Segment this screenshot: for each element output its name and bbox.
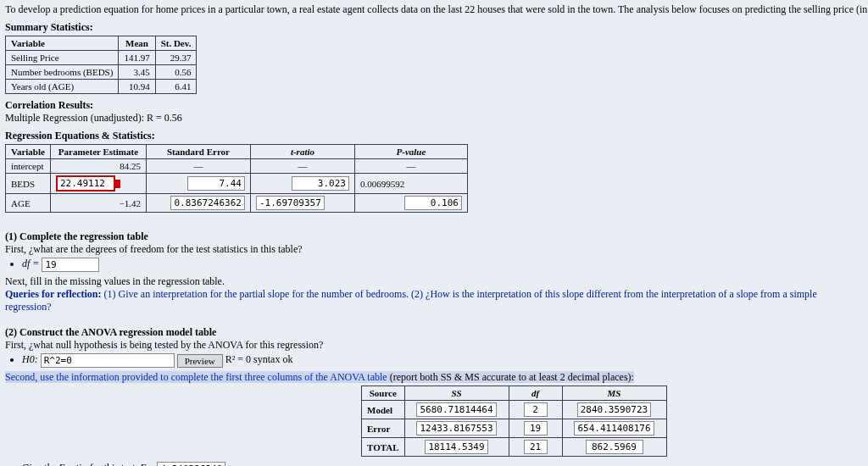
col-variable: Variable	[6, 36, 119, 51]
table-row: TOTAL 18114.5349 21 862.5969	[362, 438, 667, 457]
h0-input[interactable]: R^2=0	[41, 353, 175, 368]
anova-table: Source SS df MS Model 5680.71814464 2 28…	[361, 386, 667, 457]
age-se-input[interactable]: 0.8367246362	[170, 196, 244, 210]
col-tratio: t-ratio	[250, 145, 354, 159]
age-p-input[interactable]: 0.106	[404, 196, 462, 210]
age-t-input[interactable]: -1.69709357	[256, 196, 325, 210]
col-df: df	[509, 386, 562, 401]
table-row: Error 12433.8167553 19 654.411408176	[362, 419, 667, 438]
f-label: Give the F-ratio for this test: F =	[22, 462, 154, 466]
corr-line: Multiple Regression (unadjusted): R = 0.…	[5, 112, 863, 125]
total-ms-input[interactable]: 862.5969	[586, 440, 643, 454]
beds-t-input[interactable]: 3.023	[292, 176, 349, 191]
h0-item: H0: R^2=0 Preview R² = 0 syntax ok	[22, 353, 863, 368]
cell: −1.42	[50, 194, 146, 213]
cell: Years old (AGE)	[6, 80, 119, 94]
q1-line1: First, ¿what are the degrees of freedom …	[5, 243, 863, 256]
queries-text: (1) Give an interpretation for the parti…	[5, 288, 817, 313]
cell: Error	[367, 424, 390, 434]
cell: -1.69709357	[250, 194, 354, 213]
cell: —	[146, 159, 250, 174]
model-df-input[interactable]: 2	[524, 402, 548, 417]
cell: 10.94	[119, 80, 155, 94]
hl-text: Second, use the information provided to …	[5, 371, 387, 383]
total-df-input[interactable]: 21	[524, 440, 548, 454]
cell: 3.023	[250, 174, 354, 194]
hl-tail: (report both SS & MS accurate to at leas…	[387, 371, 634, 383]
q1-title: (1) Complete the regression table	[5, 230, 148, 242]
col-mean: Mean	[119, 36, 155, 51]
col-se: Standard Error	[146, 145, 250, 159]
table-row: BEDS 22.49112 7.44 3.023 0.00699592	[6, 174, 468, 194]
regr-title: Regression Equations & Statistics:	[5, 130, 863, 142]
cell: TOTAL	[367, 442, 399, 452]
df-label: df =	[22, 258, 39, 269]
col-ss: SS	[404, 386, 509, 401]
table-row: Years old (AGE) 10.94 6.41	[6, 80, 197, 94]
col-ms: MS	[562, 386, 666, 401]
cell: 7.44	[146, 174, 250, 194]
col-variable: Variable	[6, 145, 51, 159]
cell: BEDS	[6, 174, 51, 194]
f-item: Give the F-ratio for this test: F = 4.34…	[22, 462, 863, 466]
table-row: Number bedrooms (BEDS) 3.45 0.56	[6, 65, 197, 80]
q2-title: (2) Construct the ANOVA regression model…	[5, 326, 216, 338]
summary-table: Variable Mean St. Dev. Selling Price 141…	[5, 36, 197, 94]
preview-button[interactable]: Preview	[177, 354, 223, 368]
cell: 0.00699592	[354, 174, 467, 194]
q1-line2: Next, fill in the missing values in the …	[5, 275, 863, 288]
corr-title: Correlation Results:	[5, 99, 863, 112]
anova-instruction: Second, use the information provided to …	[5, 371, 863, 384]
df-item: df = 19	[22, 258, 863, 272]
table-row: Model 5680.71814464 2 2840.3590723	[362, 401, 667, 419]
cell: 141.97	[119, 51, 155, 65]
cell: Model	[367, 405, 392, 415]
q2-line1: First, ¿what null hypothesis is being te…	[5, 339, 863, 352]
cell: 84.25	[50, 159, 146, 174]
f-input[interactable]: 4.340326340	[157, 462, 225, 466]
beds-estimate-input[interactable]: 22.49112	[56, 175, 115, 191]
intro-text: To develop a prediction equation for hom…	[5, 3, 863, 16]
total-ss-input[interactable]: 18114.5349	[425, 440, 487, 454]
cell: 0.56	[155, 65, 197, 80]
cell: 6.41	[155, 80, 197, 94]
cell: 0.106	[354, 194, 467, 213]
cell: Number bedrooms (BEDS)	[6, 65, 119, 80]
cell: 3.45	[119, 65, 155, 80]
cell: 29.37	[155, 51, 197, 65]
beds-se-input[interactable]: 7.44	[187, 176, 245, 191]
cell: AGE	[6, 194, 51, 213]
h0-label: H0:	[22, 353, 38, 365]
error-ss-input[interactable]: 12433.8167553	[416, 421, 496, 435]
regression-table: Variable Parameter Estimate Standard Err…	[5, 144, 468, 213]
preview-result: R² = 0 syntax ok	[225, 353, 293, 365]
model-ss-input[interactable]: 5680.71814464	[416, 402, 496, 417]
table-row: AGE −1.42 0.8367246362 -1.69709357 0.106	[6, 194, 468, 213]
table-row: intercept 84.25 — — —	[6, 159, 468, 174]
cell: —	[250, 159, 354, 174]
col-sd: St. Dev.	[155, 36, 197, 51]
table-row: Selling Price 141.97 29.37	[6, 51, 197, 65]
col-pvalue: P-value	[354, 145, 467, 159]
cell: 0.8367246362	[146, 194, 250, 213]
cell: Selling Price	[6, 51, 119, 65]
cursor-indicator	[115, 180, 120, 188]
summary-title: Summary Statistics:	[5, 21, 863, 34]
cell: —	[354, 159, 467, 174]
cell: 22.49112	[50, 174, 146, 194]
model-ms-input[interactable]: 2840.3590723	[577, 402, 651, 417]
df-input[interactable]: 19	[42, 258, 99, 272]
queries-label: Queries for reflection:	[5, 288, 102, 300]
cell: intercept	[6, 159, 51, 174]
error-ms-input[interactable]: 654.411408176	[574, 421, 654, 435]
col-source: Source	[362, 386, 405, 401]
col-estimate: Parameter Estimate	[50, 145, 146, 159]
error-df-input[interactable]: 19	[524, 421, 548, 435]
